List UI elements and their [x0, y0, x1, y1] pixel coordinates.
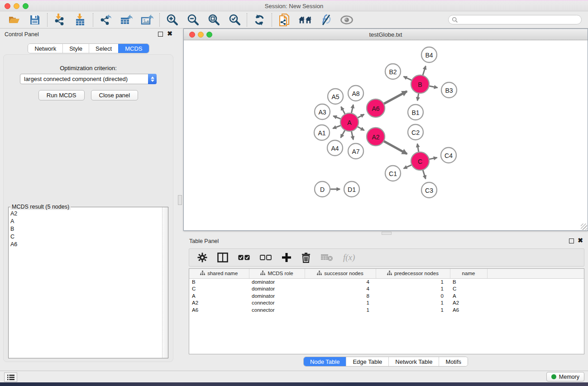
column-header-name[interactable]: name — [450, 269, 487, 278]
table-close-panel-icon[interactable]: ✖ — [578, 237, 583, 244]
import-table-icon[interactable] — [74, 13, 87, 27]
graph-node-B1[interactable]: B1 — [408, 105, 423, 120]
select-all-columns-icon[interactable] — [238, 255, 250, 261]
graph-edge-A2-C[interactable] — [383, 141, 407, 154]
tab-select[interactable]: Select — [89, 44, 118, 53]
optimization-criterion-select[interactable]: largest connected component (directed) — [20, 74, 157, 84]
deselect-all-columns-icon[interactable] — [260, 255, 272, 261]
graph-node-A[interactable]: A — [340, 113, 359, 131]
table-row[interactable]: A2connector11A2 — [189, 300, 584, 307]
graph-edge-A6-B[interactable] — [383, 91, 407, 105]
result-item[interactable]: A2 — [9, 210, 162, 217]
network-window-titlebar[interactable]: testGlobe.txt — [184, 29, 588, 40]
graph-node-B4[interactable]: B4 — [421, 47, 437, 62]
graph-node-C1[interactable]: C1 — [385, 166, 401, 181]
graph-node-C3[interactable]: C3 — [421, 182, 437, 198]
table-settings-gear-icon[interactable] — [197, 253, 207, 262]
tab-mcds[interactable]: MCDS — [118, 44, 148, 53]
tab-node-table[interactable]: Node Table — [304, 357, 346, 366]
import-network-icon[interactable] — [53, 13, 67, 27]
graph-node-A4[interactable]: A4 — [327, 140, 343, 156]
graph-edge-A-A8[interactable] — [351, 105, 354, 114]
result-item[interactable]: C — [9, 233, 162, 240]
tab-network-table[interactable]: Network Table — [388, 357, 439, 366]
graph-node-C4[interactable]: C4 — [441, 148, 456, 163]
column-header-shared-name[interactable]: shared name — [189, 269, 249, 278]
graph-edge-C-C3[interactable] — [422, 169, 425, 179]
table-row[interactable]: Adominator80A — [189, 292, 584, 300]
graph-node-A6[interactable]: A6 — [367, 99, 385, 117]
refresh-layout-icon[interactable] — [253, 13, 266, 27]
graph-node-B2[interactable]: B2 — [385, 64, 401, 79]
graph-node-D[interactable]: D — [315, 181, 330, 197]
show-hide-eye-icon[interactable] — [340, 13, 354, 27]
memory-button[interactable]: Memory — [546, 372, 584, 381]
zoom-selected-icon[interactable] — [228, 13, 241, 27]
graph-edge-A-A4[interactable] — [341, 129, 345, 138]
network-canvas[interactable]: AA1A2A3A4A5A6A7A8BB1B2B3B4CC1C2C3C4DD1 — [184, 40, 588, 230]
graph-node-C2[interactable]: C2 — [408, 124, 423, 140]
run-mcds-button[interactable]: Run MCDS — [38, 90, 85, 100]
svg-text:C4: C4 — [445, 152, 453, 159]
table-row[interactable]: Bdominator41B — [189, 278, 584, 286]
column-header-predecessor-nodes[interactable]: predecessor nodes — [376, 269, 450, 278]
graph-edge-A-A7[interactable] — [351, 130, 354, 140]
result-item[interactable]: A — [9, 217, 162, 225]
graph-node-A3[interactable]: A3 — [315, 104, 330, 119]
result-item[interactable]: A6 — [9, 240, 162, 248]
table-float-panel-icon[interactable] — [569, 238, 574, 243]
graph-edge-C-C1[interactable] — [404, 164, 413, 168]
toggle-column-panel-icon[interactable] — [217, 253, 228, 262]
save-session-icon[interactable] — [28, 13, 42, 27]
tab-motifs[interactable]: Motifs — [439, 357, 468, 366]
delete-column-trash-icon[interactable] — [301, 253, 311, 263]
close-panel-icon[interactable]: ✖ — [167, 30, 172, 38]
result-item[interactable]: B — [9, 225, 162, 233]
cyndex-browser-icon[interactable] — [298, 13, 312, 27]
graph-node-D1[interactable]: D1 — [344, 181, 359, 197]
tab-style[interactable]: Style — [62, 44, 89, 53]
delete-table-icon[interactable] — [320, 253, 333, 262]
graph-node-A5[interactable]: A5 — [328, 89, 343, 104]
graph-node-A7[interactable]: A7 — [348, 143, 363, 159]
svg-text:A6: A6 — [372, 105, 379, 112]
graph-node-B[interactable]: B — [411, 75, 429, 93]
zoom-out-icon[interactable] — [186, 13, 200, 27]
float-panel-icon[interactable] — [158, 32, 163, 37]
show-task-history-button[interactable] — [4, 372, 17, 382]
export-image-icon[interactable] — [140, 13, 154, 27]
network-from-selection-icon[interactable] — [277, 13, 291, 27]
column-header-successor-nodes[interactable]: successor nodes — [305, 269, 376, 278]
tab-network[interactable]: Network — [28, 44, 62, 53]
graph-node-C[interactable]: C — [411, 152, 429, 170]
mcds-result-list[interactable]: A2ABCA6 — [9, 210, 162, 358]
open-session-icon[interactable] — [7, 13, 21, 27]
tab-edge-table[interactable]: Edge Table — [346, 357, 388, 366]
splitter-handle[interactable] — [178, 195, 182, 205]
create-column-plus-icon[interactable] — [282, 253, 292, 262]
graph-edge-B-B2[interactable] — [404, 76, 413, 81]
graph-node-A1[interactable]: A1 — [314, 125, 330, 140]
horizontal-splitter-handle[interactable] — [382, 232, 392, 235]
svg-text:D1: D1 — [348, 186, 356, 193]
result-scrollbar[interactable] — [162, 207, 168, 358]
table-row[interactable]: Cdominator41C — [189, 286, 584, 293]
network-graph[interactable]: AA1A2A3A4A5A6A7A8BB1B2B3B4CC1C2C3C4DD1 — [184, 40, 588, 230]
function-builder-icon[interactable]: f(x) — [343, 253, 355, 262]
window-resize-grip[interactable] — [581, 224, 587, 230]
close-panel-button[interactable]: Close panel — [91, 90, 139, 100]
graph-node-B3[interactable]: B3 — [441, 82, 457, 98]
status-bar: Memory — [0, 371, 588, 382]
vertical-splitter[interactable] — [177, 29, 183, 367]
column-header-mcds-role[interactable]: MCDS role — [249, 269, 305, 278]
zoom-fit-icon[interactable] — [207, 13, 220, 27]
graph-edge-B-B4[interactable] — [422, 66, 425, 76]
toggle-graphics-details-icon[interactable] — [319, 13, 333, 27]
graph-node-A2[interactable]: A2 — [367, 128, 385, 146]
search-input[interactable] — [448, 15, 582, 24]
export-network-icon[interactable] — [99, 13, 112, 27]
zoom-in-icon[interactable] — [165, 13, 179, 27]
export-table-icon[interactable] — [120, 13, 133, 27]
table-row[interactable]: A6connector11A6 — [189, 306, 584, 314]
graph-node-A8[interactable]: A8 — [348, 86, 363, 101]
